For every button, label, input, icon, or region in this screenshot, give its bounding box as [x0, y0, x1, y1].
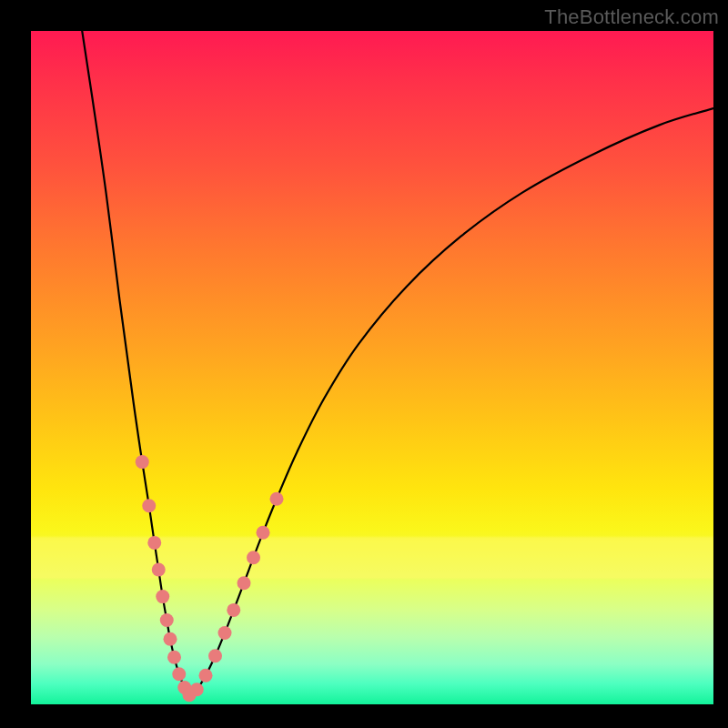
curve-layer [31, 31, 713, 704]
data-marker [172, 667, 186, 681]
data-marker [160, 613, 174, 627]
data-marker [208, 649, 222, 662]
data-marker [190, 682, 204, 696]
data-marker [164, 632, 177, 646]
data-marker [152, 563, 166, 577]
data-marker [136, 455, 149, 469]
chart-frame: TheBottleneck.com [0, 0, 728, 728]
data-marker [257, 526, 270, 540]
watermark-text: TheBottleneck.com [544, 5, 719, 29]
data-marker [142, 499, 156, 512]
right-arm-curve [189, 108, 713, 695]
data-marker [247, 551, 260, 564]
data-marker [199, 669, 213, 682]
data-marker [227, 603, 240, 617]
left-arm-curve [82, 31, 189, 695]
plot-area [31, 31, 713, 704]
trough-markers [136, 455, 284, 702]
data-marker [238, 576, 251, 590]
data-marker [167, 651, 181, 664]
data-marker [270, 492, 284, 506]
data-marker [156, 590, 169, 603]
data-marker [218, 626, 232, 640]
data-marker [147, 536, 161, 550]
